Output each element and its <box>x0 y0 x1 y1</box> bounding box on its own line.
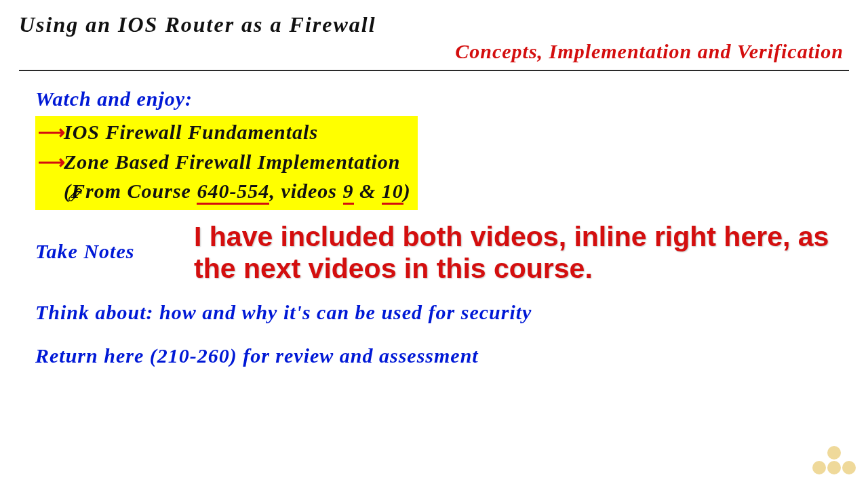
think-about: Think about: how and why it's can be use… <box>35 301 849 324</box>
page-title: Using an IOS Router as a Firewall <box>19 12 849 37</box>
source-mid: , videos <box>269 180 342 202</box>
page-subtitle: Concepts, Implementation and Verificatio… <box>19 40 849 63</box>
watch-heading: Watch and enjoy: <box>35 87 849 110</box>
course-code: 640-554 <box>197 180 269 205</box>
svg-marker-0 <box>69 188 81 201</box>
highlighted-block: ⟶IOS Firewall Fundamentals ⟶Zone Based F… <box>35 116 418 210</box>
video-a: 9 <box>343 180 354 205</box>
slide-page: Using an IOS Router as a Firewall Concep… <box>0 0 868 488</box>
watch-item-row: ⟶Zone Based Firewall Implementation <box>38 147 411 177</box>
watch-item-2: Zone Based Firewall Implementation <box>64 150 401 173</box>
video-b: 10 <box>382 180 403 205</box>
brand-dots-icon <box>815 446 856 479</box>
instructor-overlay-note: I have included both videos, inline righ… <box>194 221 845 285</box>
source-amp: & <box>354 180 382 202</box>
watch-item-1: IOS Firewall Fundamentals <box>64 121 318 143</box>
source-suffix: ) <box>403 180 411 202</box>
pen-cursor-icon <box>68 187 83 202</box>
watch-source: (From Course 640-554, videos 9 & 10) <box>38 176 411 206</box>
arrow-icon: ⟶ <box>38 149 64 177</box>
title-divider <box>19 70 849 71</box>
return-here: Return here (210-260) for review and ass… <box>35 344 849 367</box>
source-prefix: (From Course <box>64 180 197 202</box>
watch-item-row: ⟶IOS Firewall Fundamentals <box>38 117 411 147</box>
arrow-icon: ⟶ <box>38 119 64 147</box>
